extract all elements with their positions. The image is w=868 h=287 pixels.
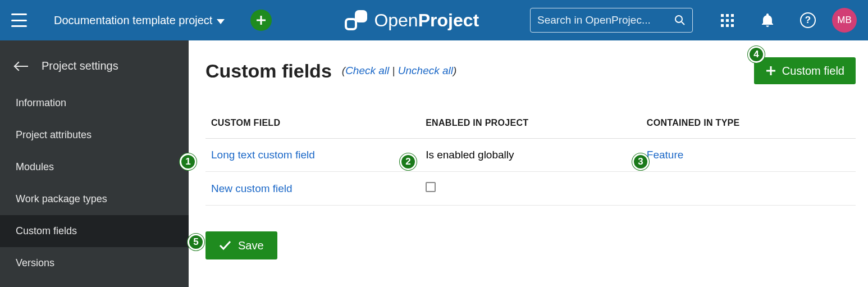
search-input[interactable]: Search in OpenProjec...: [530, 8, 693, 33]
sidebar: Project settings Information Project att…: [0, 40, 189, 287]
sidebar-back[interactable]: Project settings: [0, 51, 189, 87]
type-cell: [641, 172, 856, 206]
enabled-cell: Is enabled globally: [420, 139, 641, 172]
quick-add-button[interactable]: [250, 10, 272, 31]
check-all-group: (Check all | Uncheck all): [342, 65, 457, 77]
menu-icon[interactable]: [11, 13, 27, 27]
back-arrow-icon: [16, 66, 28, 67]
avatar[interactable]: MB: [832, 8, 857, 33]
check-icon: [219, 240, 231, 250]
search-placeholder: Search in OpenProjec...: [537, 14, 674, 26]
svg-rect-3: [346, 19, 356, 29]
uncheck-all-link[interactable]: Uncheck all: [398, 65, 453, 76]
annotation-badge: 1: [180, 153, 197, 170]
sidebar-item-information[interactable]: Information: [0, 87, 189, 119]
plus-icon: [765, 65, 776, 76]
svg-rect-4: [356, 11, 366, 21]
annotation-badge: 5: [188, 234, 204, 250]
help-icon[interactable]: ?: [800, 12, 816, 29]
col-custom-field: CUSTOM FIELD: [205, 118, 420, 139]
type-link[interactable]: Feature: [647, 149, 683, 161]
annotation-badge: 3: [632, 153, 649, 170]
main-content: Custom fields (Check all | Uncheck all) …: [189, 40, 868, 287]
sidebar-item-modules[interactable]: Modules: [0, 151, 189, 183]
search-icon: [674, 15, 686, 26]
annotation-badge: 2: [400, 153, 417, 170]
project-selector[interactable]: Documentation template project: [54, 14, 225, 27]
sidebar-item-versions[interactable]: Versions: [0, 247, 189, 279]
table-row: Long text custom field Is enabled global…: [205, 139, 856, 172]
custom-field-link[interactable]: New custom field: [211, 183, 293, 194]
sidebar-item-work-package-types[interactable]: Work package types: [0, 183, 189, 215]
notifications-icon[interactable]: [759, 12, 776, 29]
apps-icon[interactable]: [719, 12, 735, 29]
col-type: CONTAINED IN TYPE: [641, 118, 856, 139]
chevron-down-icon: [217, 19, 225, 24]
svg-point-5: [675, 16, 682, 22]
custom-fields-table: CUSTOM FIELD ENABLED IN PROJECT CONTAINE…: [205, 118, 856, 206]
custom-field-link[interactable]: Long text custom field: [211, 149, 315, 161]
enable-checkbox[interactable]: [426, 182, 436, 192]
plus-icon: [255, 15, 267, 26]
logo-icon: [344, 9, 368, 31]
table-row: New custom field: [205, 172, 856, 206]
annotation-badge: 4: [748, 46, 765, 63]
body: Project settings Information Project att…: [0, 40, 868, 287]
add-custom-field-button[interactable]: Custom field: [754, 57, 856, 84]
sidebar-title: Project settings: [42, 60, 118, 72]
sidebar-item-custom-fields[interactable]: Custom fields: [0, 215, 189, 247]
svg-rect-8: [766, 70, 775, 72]
app-logo: OpenProject: [344, 9, 479, 31]
top-bar: Documentation template project OpenProje…: [0, 0, 868, 40]
enabled-cell: [420, 172, 641, 206]
col-enabled: ENABLED IN PROJECT: [420, 118, 641, 139]
svg-line-6: [682, 22, 684, 25]
svg-rect-1: [257, 20, 266, 21]
page-title: Custom fields: [205, 60, 332, 82]
save-button[interactable]: Save: [205, 231, 277, 259]
project-name: Documentation template project: [54, 14, 212, 27]
sidebar-item-project-attributes[interactable]: Project attributes: [0, 119, 189, 151]
check-all-link[interactable]: Check all: [345, 65, 389, 76]
